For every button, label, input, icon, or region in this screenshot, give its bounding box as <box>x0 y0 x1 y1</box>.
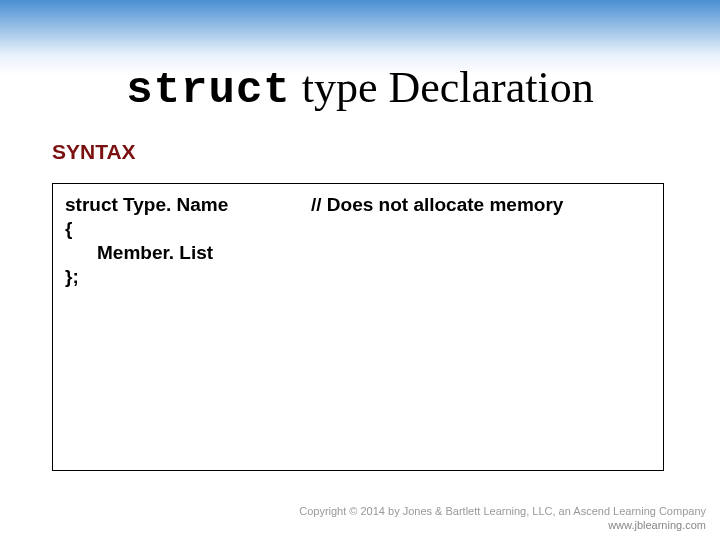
code-line-open-brace: { <box>65 218 72 240</box>
slide: struct type Declaration SYNTAX struct Ty… <box>0 0 720 540</box>
footer-url: www.jblearning.com <box>299 518 706 532</box>
code-line-member: Member. List <box>97 242 213 264</box>
code-comment: // Does not allocate memory <box>311 194 563 216</box>
footer-copyright: Copyright © 2014 by Jones & Bartlett Lea… <box>299 504 706 518</box>
title-rest: type Declaration <box>291 63 594 112</box>
code-line-struct: struct Type. Name <box>65 194 228 216</box>
footer: Copyright © 2014 by Jones & Bartlett Lea… <box>299 504 706 532</box>
code-box: struct Type. Name // Does not allocate m… <box>52 183 664 471</box>
syntax-label: SYNTAX <box>52 140 136 164</box>
title-keyword: struct <box>126 65 290 115</box>
code-line-close-brace: }; <box>65 266 79 288</box>
slide-title: struct type Declaration <box>0 62 720 115</box>
